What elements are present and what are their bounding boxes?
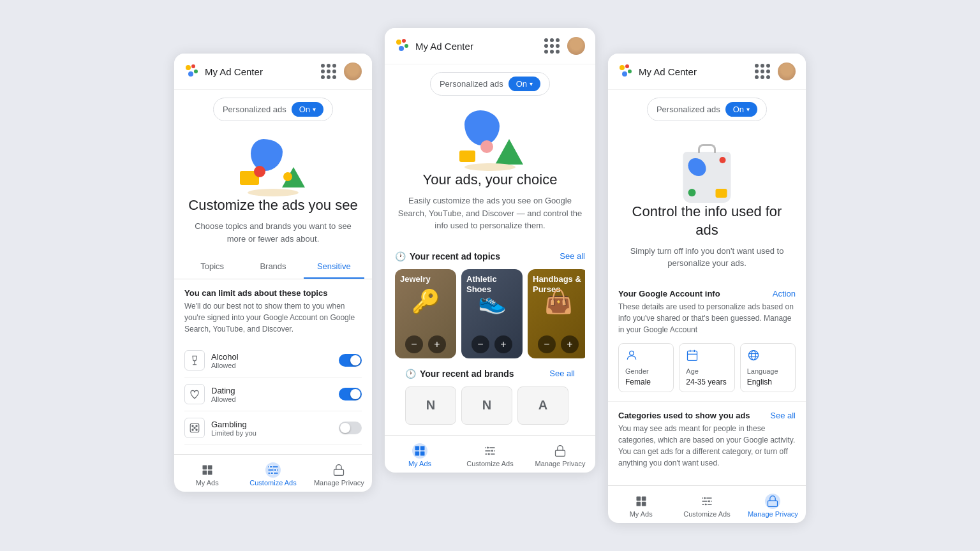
handbags-card-controls: − + (528, 335, 585, 353)
gambling-name: Gambling (211, 420, 339, 429)
svg-point-59 (708, 500, 710, 503)
topic-card-handbags[interactable]: Handbags & Purses 👜 − + (528, 269, 585, 358)
right-nav-customize[interactable]: Customize Ads (674, 491, 739, 520)
left-nav-my-ads[interactable]: My Ads (174, 460, 240, 489)
gambling-toggle[interactable] (339, 422, 362, 434)
topic-cards-row: Jewelry 🔑 − + Athletic Shoes 👟 − + (395, 269, 585, 361)
jewelry-plus-btn[interactable]: + (428, 335, 446, 353)
svg-point-58 (704, 497, 706, 499)
handbags-minus-btn[interactable]: − (538, 335, 556, 353)
brand-card-n1[interactable]: N (405, 386, 456, 425)
svg-point-8 (196, 429, 197, 430)
shoes-minus-btn[interactable]: − (471, 335, 489, 353)
account-info-header: Your Google Account info Action (618, 289, 796, 298)
center-card: My Ad Center Personalized ads On ▾ (385, 28, 595, 472)
svg-point-11 (194, 427, 195, 429)
left-header-dots[interactable] (321, 64, 336, 79)
see-all-brands-btn[interactable]: See all (549, 369, 575, 378)
center-nav-privacy[interactable]: Manage Privacy (525, 441, 595, 470)
topic-card-jewelry[interactable]: Jewelry 🔑 − + (395, 269, 456, 358)
right-avatar[interactable] (778, 62, 796, 80)
alcohol-status: Allowed (211, 362, 339, 369)
categories-title: Categories used to show you ads (618, 411, 750, 420)
svg-point-60 (704, 503, 707, 506)
right-ads-label: Personalized ads (657, 105, 720, 114)
svg-rect-54 (641, 501, 646, 506)
svg-rect-15 (207, 471, 212, 475)
shoes-plus-btn[interactable]: + (494, 335, 512, 353)
categories-see-all[interactable]: See all (770, 411, 796, 420)
account-action-link[interactable]: Action (773, 289, 796, 298)
left-toggle-btn[interactable]: On ▾ (292, 102, 323, 117)
tab-sensitive[interactable]: Sensitive (304, 255, 364, 279)
sensitive-title: You can limit ads about these topics (184, 288, 362, 298)
right-nav-my-ads[interactable]: My Ads (608, 491, 674, 520)
svg-point-41 (622, 71, 627, 77)
account-language-item[interactable]: Language English (740, 343, 796, 392)
customize-icon-left (265, 462, 281, 478)
see-all-topics-btn[interactable]: See all (560, 251, 585, 261)
account-info-grid: Gender Female Age 24-35 years (618, 343, 796, 392)
google-account-info-section: Your Google Account info Action These de… (608, 280, 806, 402)
svg-point-7 (192, 425, 193, 427)
my-ads-icon-center (412, 443, 427, 459)
privacy-icon-right (765, 494, 780, 509)
left-hero-desc: Choose topics and brands you want to see… (187, 220, 359, 245)
left-avatar[interactable] (344, 62, 362, 80)
svg-point-42 (630, 351, 634, 355)
center-avatar[interactable] (567, 37, 585, 55)
right-hero: Control the info used for ads Simply tur… (608, 126, 806, 279)
account-age-item[interactable]: Age 24-35 years (679, 343, 734, 392)
customize-label-left: Customize Ads (249, 479, 296, 487)
alcohol-name: Alcohol (211, 352, 339, 362)
right-bottom-nav: My Ads Customize Ads (608, 485, 806, 523)
gender-value: Female (625, 378, 667, 386)
recent-brands-header: 🕐 Your recent ad brands See all (405, 369, 575, 379)
right-header-dots[interactable] (755, 64, 770, 79)
sensitive-desc: We'll do our best not to show them to yo… (184, 300, 362, 335)
center-nav-my-ads[interactable]: My Ads (385, 441, 455, 470)
center-nav-customize[interactable]: Customize Ads (455, 441, 525, 470)
center-hero: Your ads, your choice Easily customize t… (385, 101, 595, 242)
right-toggle-btn[interactable]: On ▾ (725, 102, 757, 117)
tab-brands[interactable]: Brands (242, 255, 303, 279)
customize-label-right: Customize Ads (683, 510, 730, 518)
categories-header: Categories used to show you ads See all (618, 411, 796, 420)
svg-rect-27 (415, 446, 420, 450)
left-card-header: My Ad Center (174, 54, 372, 90)
language-label: Language (747, 367, 789, 375)
dating-info: Dating Allowed (211, 386, 339, 403)
svg-rect-14 (202, 471, 207, 475)
jewelry-minus-btn[interactable]: − (405, 335, 423, 353)
right-hero-illustration (669, 133, 745, 203)
handbags-plus-btn[interactable]: + (561, 335, 579, 353)
tab-topics[interactable]: Topics (182, 255, 242, 279)
svg-point-23 (396, 40, 401, 45)
center-ads-label: Personalized ads (440, 79, 503, 89)
svg-point-47 (748, 350, 758, 360)
brand-cards-row: N N A (405, 386, 575, 425)
center-toggle-arrow: ▾ (530, 80, 533, 87)
dating-toggle[interactable] (339, 388, 362, 400)
customize-icon-center (482, 443, 498, 459)
account-gender-item[interactable]: Gender Female (618, 343, 674, 392)
topic-card-athletic-shoes[interactable]: Athletic Shoes 👟 − + (461, 269, 523, 358)
left-nav-privacy[interactable]: Manage Privacy (306, 460, 372, 489)
svg-point-25 (405, 44, 408, 48)
alcohol-icon (184, 350, 205, 371)
brand-card-n2[interactable]: N (461, 386, 512, 425)
right-nav-privacy[interactable]: Manage Privacy (740, 491, 806, 520)
svg-point-21 (271, 472, 273, 474)
language-value: English (747, 378, 789, 386)
svg-point-35 (491, 449, 493, 452)
alcohol-toggle[interactable] (339, 354, 362, 367)
privacy-icon-left (331, 462, 346, 478)
svg-point-10 (196, 425, 197, 427)
left-nav-customize[interactable]: Customize Ads (240, 460, 306, 489)
center-toggle-btn[interactable]: On ▾ (509, 77, 540, 91)
center-header-dots[interactable] (544, 38, 560, 54)
brand-card-a[interactable]: A (517, 386, 568, 425)
left-hero-title: Customize the ads you see (188, 196, 357, 215)
center-hero-title: Your ads, your choice (423, 171, 558, 189)
left-ads-toggle-pill: Personalized ads On ▾ (213, 98, 333, 121)
